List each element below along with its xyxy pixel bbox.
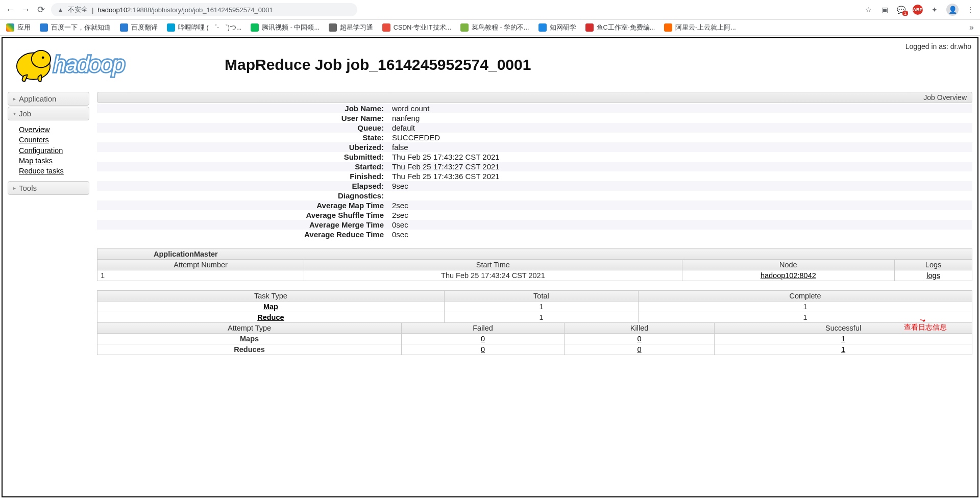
info-value: 9sec xyxy=(388,181,972,191)
menu-icon[interactable]: ⋮ xyxy=(966,5,975,14)
column-header: Task Type xyxy=(97,291,445,302)
star-icon[interactable]: ☆ xyxy=(864,5,873,14)
browser-toolbar: ← → ⟳ ▲ 不安全 | hadoop102:19888/jobhistory… xyxy=(0,0,980,20)
column-header: Attempt Type xyxy=(97,323,402,334)
bookmark-item[interactable]: 鱼C工作室-免费编... xyxy=(585,23,655,32)
sidebar-link[interactable]: Map tasks xyxy=(19,156,89,166)
table-row: Map11 xyxy=(97,302,972,312)
logs-link[interactable]: logs xyxy=(926,271,940,280)
bookmark-icon xyxy=(538,23,547,32)
bookmark-item[interactable]: 百度翻译 xyxy=(120,23,158,32)
url-path: :19888/jobhistory/job/job_1614245952574_… xyxy=(131,6,273,14)
page-wrapper: Logged in as: dr.who hadoop MapReduce Jo… xyxy=(2,37,978,497)
chevron-right-icon: ▸ xyxy=(13,185,16,191)
sidebar-job-items: OverviewCountersConfigurationMap tasksRe… xyxy=(8,121,89,181)
info-label: Average Map Time xyxy=(97,200,388,210)
count-link[interactable]: 0 xyxy=(481,335,485,343)
chevron-right-icon: ▸ xyxy=(13,96,16,102)
bookmark-icon xyxy=(664,23,672,32)
bookmark-item[interactable]: 百度一下，你就知道 xyxy=(40,23,111,32)
count-link[interactable]: 0 xyxy=(638,335,642,343)
info-label: Queue: xyxy=(97,123,388,133)
info-value: SUCCEEDED xyxy=(388,133,972,142)
bookmark-item[interactable]: CSDN-专业IT技术... xyxy=(382,23,451,32)
column-header: Failed xyxy=(402,323,565,334)
column-header: Complete xyxy=(639,291,972,302)
info-value: default xyxy=(388,123,972,133)
bookmark-item[interactable]: 腾讯视频 - 中国领... xyxy=(251,23,320,32)
info-label: Finished: xyxy=(97,171,388,181)
reload-button[interactable]: ⟳ xyxy=(36,5,46,15)
sidebar-application-header[interactable]: ▸ Application xyxy=(8,92,89,106)
appmaster-table: ApplicationMaster Attempt NumberStart Ti… xyxy=(97,248,972,281)
extension-translate-icon[interactable]: ▣ xyxy=(880,5,889,14)
tasktype-table: Task TypeTotalComplete Map11Reduce11 xyxy=(97,290,972,323)
column-header: Logs xyxy=(895,260,972,270)
info-value: Thu Feb 25 17:43:27 CST 2021 xyxy=(388,162,972,171)
info-label: Submitted: xyxy=(97,152,388,162)
chevron-down-icon: ▾ xyxy=(13,111,16,116)
count-link[interactable]: 1 xyxy=(841,345,845,354)
info-value: word count xyxy=(388,104,972,113)
login-status: Logged in as: dr.who xyxy=(905,42,971,51)
sidebar-tools-header[interactable]: ▸ Tools xyxy=(8,181,89,195)
table-row: Reduces001 xyxy=(97,344,972,355)
back-button[interactable]: ← xyxy=(5,5,15,15)
overview-bar: Job Overview xyxy=(97,92,972,103)
sidebar-link[interactable]: Reduce tasks xyxy=(19,166,89,176)
abp-icon[interactable]: ABP xyxy=(913,5,923,15)
column-header: Node xyxy=(682,260,894,270)
tasktype-link[interactable]: Map xyxy=(263,303,278,311)
extensions-icon[interactable]: ✦ xyxy=(930,5,939,14)
count-link[interactable]: 0 xyxy=(638,345,642,354)
bookmarks-overflow[interactable]: » xyxy=(969,23,974,32)
info-label: Uberized: xyxy=(97,142,388,152)
info-value: 0sec xyxy=(388,230,972,239)
info-value: Thu Feb 25 17:43:22 CST 2021 xyxy=(388,152,972,162)
column-header: Attempt Number xyxy=(97,260,304,270)
bookmark-item[interactable]: 阿里云-上云就上阿... xyxy=(664,23,736,32)
info-value: 2sec xyxy=(388,200,972,210)
bookmark-icon xyxy=(40,23,48,32)
annotation-text: 查看日志信息 xyxy=(904,323,947,332)
count-link[interactable]: 0 xyxy=(481,345,485,354)
column-header: Start Time xyxy=(304,260,682,270)
table-row: 1Thu Feb 25 17:43:24 CST 2021hadoop102:8… xyxy=(97,270,972,281)
page-title: MapReduce Job job_1614245952574_0001 xyxy=(225,56,531,73)
extension-notification-icon[interactable]: 💬 xyxy=(896,5,905,14)
insecure-label: 不安全 xyxy=(68,5,88,14)
sidebar-link[interactable]: Overview xyxy=(19,124,89,135)
sidebar: ▸ Application ▾ Job OverviewCountersConf… xyxy=(8,92,89,355)
info-label: Average Shuffle Time xyxy=(97,210,388,220)
info-value: 2sec xyxy=(388,210,972,220)
bookmark-icon xyxy=(167,23,175,32)
bookmark-item[interactable]: 超星学习通 xyxy=(329,23,373,32)
bookmark-item[interactable]: 菜鸟教程 - 学的不... xyxy=(460,23,529,32)
bookmark-item[interactable]: 知网研学 xyxy=(538,23,576,32)
column-header: Total xyxy=(444,291,638,302)
sidebar-job-header[interactable]: ▾ Job xyxy=(8,107,89,120)
apps-icon xyxy=(6,23,14,32)
sidebar-link[interactable]: Counters xyxy=(19,135,89,145)
node-link[interactable]: hadoop102:8042 xyxy=(761,271,816,280)
svg-point-1 xyxy=(32,51,51,68)
url-host: hadoop102 xyxy=(97,6,131,14)
profile-avatar[interactable]: 👤 xyxy=(946,4,959,16)
bookmark-item[interactable]: 哔哩哔哩 ( ゜- ゜)つ... xyxy=(167,23,241,32)
info-value xyxy=(388,191,972,200)
insecure-icon: ▲ xyxy=(57,6,64,14)
info-label: State: xyxy=(97,133,388,142)
bookmark-icon xyxy=(585,23,594,32)
tasktype-link[interactable]: Reduce xyxy=(257,313,284,321)
info-label: User Name: xyxy=(97,113,388,123)
sidebar-link[interactable]: Configuration xyxy=(19,145,89,156)
svg-text:hadoop: hadoop xyxy=(54,51,125,77)
bookmark-apps[interactable]: 应用 xyxy=(6,23,31,32)
forward-button[interactable]: → xyxy=(20,5,31,15)
count-link[interactable]: 1 xyxy=(841,335,845,343)
url-bar[interactable]: ▲ 不安全 | hadoop102:19888/jobhistory/job/j… xyxy=(51,3,357,16)
hadoop-logo[interactable]: hadoop xyxy=(10,42,163,87)
info-label: Average Reduce Time xyxy=(97,230,388,239)
bookmark-icon xyxy=(120,23,128,32)
bookmark-icon xyxy=(382,23,390,32)
